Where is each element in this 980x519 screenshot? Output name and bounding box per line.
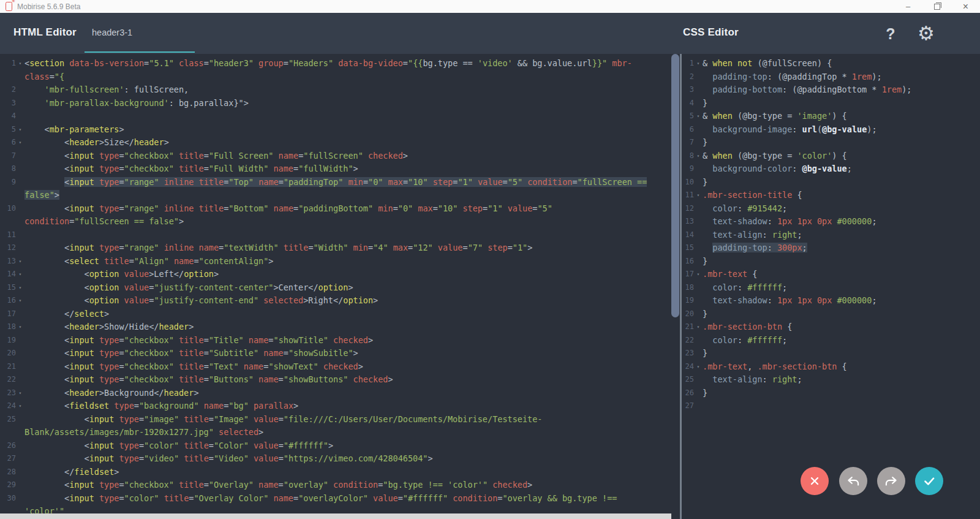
code-text[interactable]: <section data-bs-version="5.1" class="he…	[24, 57, 671, 70]
code-line[interactable]: 27	[682, 400, 980, 413]
fold-arrow-icon[interactable]: ▾	[694, 360, 703, 374]
fold-arrow-icon[interactable]: ▾	[694, 57, 703, 70]
code-line[interactable]: 13▾ <select title="Align" name="contentA…	[0, 255, 671, 268]
code-text[interactable]: <header>Background</header>	[24, 387, 671, 400]
code-line[interactable]: 3 'mbr-parallax-background': bg.parallax…	[0, 97, 671, 110]
code-text[interactable]: <mbr-parameters>	[24, 123, 671, 137]
horizontal-scrollbar[interactable]	[0, 513, 671, 519]
restore-button[interactable]	[922, 0, 951, 13]
code-text[interactable]	[24, 110, 671, 123]
code-line[interactable]: 9 background-color: @bg-value;	[682, 162, 980, 176]
code-text[interactable]: condition="fullScreen == false">	[24, 215, 671, 229]
code-text[interactable]: background-image: url(@bg-value);	[703, 123, 980, 137]
code-line[interactable]: 21 <input type="checkbox" title="Text" n…	[0, 360, 671, 374]
code-text[interactable]	[24, 229, 671, 242]
code-line[interactable]: 15 padding-top: 300px;	[682, 241, 980, 255]
code-line[interactable]: 27 <input type="video" title="Video" val…	[0, 452, 671, 466]
code-text[interactable]: text-align: right;	[703, 229, 980, 242]
code-line[interactable]: 4	[0, 110, 671, 123]
code-text[interactable]: false">	[24, 189, 671, 202]
code-text[interactable]: & when not (@fullScreen) {	[703, 57, 980, 70]
vertical-scrollbar-thumb[interactable]	[671, 54, 679, 317]
code-text[interactable]: color: #915442;	[703, 202, 980, 216]
code-line[interactable]: 12 <input type="range" inline name="text…	[0, 241, 671, 255]
code-text[interactable]: .mbr-section-title {	[703, 189, 980, 202]
undo-button[interactable]	[839, 467, 867, 495]
code-text[interactable]: <fieldset type="background" name="bg" pa…	[24, 400, 671, 413]
fold-arrow-icon[interactable]: ▾	[16, 123, 24, 137]
code-line[interactable]: 23}	[682, 347, 980, 360]
code-text[interactable]: <input type="video" title="Video" value=…	[24, 452, 671, 466]
fold-arrow-icon[interactable]: ▾	[694, 110, 703, 123]
code-line[interactable]: 4}	[682, 97, 980, 110]
code-line[interactable]: 29 <input type="checkbox" title="Overlay…	[0, 479, 671, 492]
code-text[interactable]: <input type="color" title="Overlay Color…	[24, 492, 671, 506]
fold-arrow-icon[interactable]: ▾	[16, 294, 24, 308]
code-line[interactable]: 18 color: #ffffff;	[682, 281, 980, 295]
code-text[interactable]: }	[703, 97, 980, 110]
tab-header3-1[interactable]: header3-1	[85, 13, 195, 53]
code-text[interactable]: <header>Size</header>	[24, 136, 671, 150]
code-line[interactable]: false">	[0, 189, 671, 202]
code-line[interactable]: 10 <input type="range" inline title="Bot…	[0, 202, 671, 216]
code-text[interactable]: }	[703, 308, 980, 321]
fold-arrow-icon[interactable]: ▾	[16, 387, 24, 400]
code-line[interactable]: 19 text-shadow: 1px 1px 0px #000000;	[682, 294, 980, 308]
code-text[interactable]: }	[703, 176, 980, 189]
fold-arrow-icon[interactable]: ▾	[16, 400, 24, 413]
fold-arrow-icon[interactable]: ▾	[16, 268, 24, 281]
code-text[interactable]: </fieldset>	[24, 466, 671, 479]
code-text[interactable]: </select>	[24, 308, 671, 321]
code-line[interactable]: 11	[0, 229, 671, 242]
code-text[interactable]: padding-top: (@paddingTop * 1rem);	[703, 70, 980, 84]
code-text[interactable]: <input type="checkbox" title="Full Width…	[24, 162, 671, 176]
code-line[interactable]: 13 text-shadow: 1px 1px 0px #000000;	[682, 215, 980, 229]
code-line[interactable]: 7 <input type="checkbox" title="Full Scr…	[0, 150, 671, 163]
code-line[interactable]: 2 padding-top: (@paddingTop * 1rem);	[682, 70, 980, 84]
code-line[interactable]: 2 'mbr-fullscreen': fullScreen,	[0, 83, 671, 97]
code-text[interactable]: <select title="Align" name="contentAlign…	[24, 255, 671, 268]
code-text[interactable]: color: #ffffff;	[703, 281, 980, 295]
code-text[interactable]: padding-bottom: (@paddingBottom * 1rem);	[703, 83, 980, 97]
code-text[interactable]: <input type="range" inline name="textWid…	[24, 241, 671, 255]
fold-arrow-icon[interactable]: ▾	[694, 150, 703, 163]
code-line[interactable]: 30 <input type="color" title="Overlay Co…	[0, 492, 671, 506]
code-line[interactable]: 25 text-align: right;	[682, 373, 980, 387]
code-text[interactable]: <option value="justify-content-end" sele…	[24, 294, 671, 308]
code-text[interactable]: 'mbr-parallax-background': bg.parallax}"…	[24, 97, 671, 110]
code-text[interactable]: <input type="image" title="Image" value=…	[24, 413, 671, 426]
code-line[interactable]: 19 <input type="checkbox" title="Title" …	[0, 334, 671, 347]
code-text[interactable]: <input type="checkbox" title="Text" name…	[24, 360, 671, 374]
redo-button[interactable]	[877, 467, 905, 495]
minimize-button[interactable]: –	[894, 0, 922, 13]
code-text[interactable]: color: #ffffff;	[703, 334, 980, 347]
css-code-editor[interactable]: 1▾& when not (@fullScreen) {2 padding-to…	[682, 54, 980, 519]
code-text[interactable]: text-align: right;	[703, 373, 980, 387]
code-line[interactable]: condition="fullScreen == false">	[0, 215, 671, 229]
code-line[interactable]: 17▾.mbr-text {	[682, 268, 980, 281]
code-line[interactable]: 11▾.mbr-section-title {	[682, 189, 980, 202]
code-line[interactable]: 5▾& when (@bg-type = 'image') {	[682, 110, 980, 123]
code-line[interactable]: 20 <input type="checkbox" title="Subtitl…	[0, 347, 671, 360]
code-text[interactable]: }	[703, 347, 980, 360]
code-line[interactable]: 6▾ <header>Size</header>	[0, 136, 671, 150]
code-text[interactable]: <input type="checkbox" title="Subtitle" …	[24, 347, 671, 360]
code-text[interactable]: <header>Show/Hide</header>	[24, 320, 671, 334]
code-text[interactable]: .mbr-text {	[703, 268, 980, 281]
code-text[interactable]: <input type="checkbox" title="Full Scree…	[24, 150, 671, 163]
vertical-scrollbar-track[interactable]	[680, 54, 682, 519]
code-line[interactable]: 21▾.mbr-section-btn {	[682, 320, 980, 334]
code-line[interactable]: 8▾& when (@bg-type = 'color') {	[682, 150, 980, 163]
code-text[interactable]: & when (@bg-type = 'image') {	[703, 110, 980, 123]
code-line[interactable]: 9 <input type="range" inline title="Top"…	[0, 176, 671, 189]
code-text[interactable]: Blank/assets/images/mbr-1920x1277.jpg" s…	[24, 426, 671, 439]
fold-arrow-icon[interactable]: ▾	[16, 281, 24, 295]
code-line[interactable]: 14▾ <option value>Left</option>	[0, 268, 671, 281]
code-line[interactable]: 17 </select>	[0, 308, 671, 321]
code-text[interactable]: }	[703, 387, 980, 400]
code-line[interactable]: 23▾ <header>Background</header>	[0, 387, 671, 400]
code-text[interactable]: }	[703, 255, 980, 268]
code-text[interactable]: }	[703, 136, 980, 150]
code-text[interactable]: text-shadow: 1px 1px 0px #000000;	[703, 215, 980, 229]
code-line[interactable]: 18▾ <header>Show/Hide</header>	[0, 320, 671, 334]
